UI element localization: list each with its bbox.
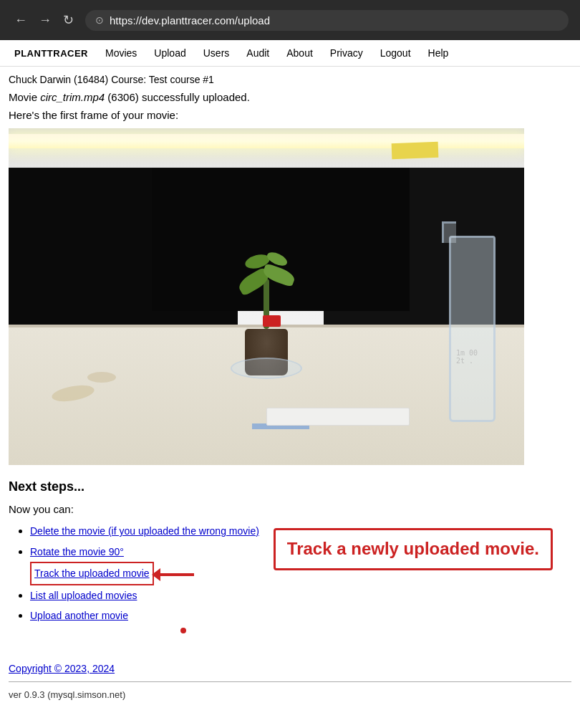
reload-button[interactable]: ↻: [60, 9, 77, 31]
white-tray: [266, 408, 410, 426]
movie-frame: 1m 002t .: [9, 128, 524, 465]
browser-chrome: ← → ↻ ⊙ https://dev.planttracer.com/uplo…: [0, 0, 580, 40]
scene: 1m 002t .: [9, 128, 524, 465]
footer-divider: [9, 681, 571, 682]
yellow-label: [392, 142, 439, 159]
stain1: [51, 383, 96, 404]
next-steps-title: Next steps...: [9, 479, 571, 494]
nav-buttons: ← → ↻: [11, 9, 77, 31]
beaker-label: 1m 002t .: [456, 349, 478, 365]
nav-about[interactable]: About: [279, 44, 320, 62]
back-button[interactable]: ←: [11, 10, 30, 31]
nav-movies[interactable]: Movies: [98, 44, 144, 62]
link-list: List all uploaded movies: [30, 585, 259, 606]
upload-another-link[interactable]: Upload another movie: [30, 610, 128, 621]
plant-tag: [263, 315, 281, 327]
nav-audit[interactable]: Audit: [239, 44, 276, 62]
red-dot: [180, 628, 186, 633]
beaker-spout: [442, 221, 456, 243]
links-callout-wrapper: Delete the movie (if you uploaded the wr…: [9, 521, 571, 633]
ceiling: [9, 128, 524, 168]
version-text: ver 0.9.3 (mysql.simson.net): [9, 689, 571, 700]
delete-link[interactable]: Delete the movie (if you uploaded the wr…: [30, 525, 259, 537]
beaker: 1m 002t .: [442, 221, 503, 422]
first-frame-label: Here's the first frame of your movie:: [9, 109, 571, 121]
link-delete: Delete the movie (if you uploaded the wr…: [30, 521, 259, 542]
nav-logout[interactable]: Logout: [373, 44, 418, 62]
forward-button[interactable]: →: [36, 10, 54, 31]
nav-upload[interactable]: Upload: [147, 44, 193, 62]
glass-bowl: [231, 358, 302, 379]
arrow-row: [158, 573, 194, 576]
beaker-body: [449, 236, 496, 422]
rotate-link[interactable]: Rotate the movie 90°: [30, 546, 124, 557]
action-links-list: Delete the movie (if you uploaded the wr…: [9, 521, 259, 626]
callout-box: Track a newly uploaded movie.: [274, 528, 553, 570]
link-upload-another: Upload another movie: [30, 605, 259, 626]
list-movies-link[interactable]: List all uploaded movies: [30, 590, 137, 601]
main-content: Chuck Darwin (16484) Course: Test course…: [0, 67, 580, 707]
stain2: [87, 372, 116, 383]
nav-users[interactable]: Users: [196, 44, 237, 62]
copyright-link[interactable]: Copyright © 2023, 2024: [9, 663, 115, 674]
nav-brand[interactable]: PLANTTRACER: [7, 45, 95, 62]
links-section: Delete the movie (if you uploaded the wr…: [9, 521, 259, 633]
user-info: Chuck Darwin (16484) Course: Test course…: [9, 74, 571, 85]
upload-filename: circ_trim.mp4: [40, 91, 105, 103]
plant: [231, 246, 302, 375]
arrowhead: [152, 568, 160, 581]
arrow-shaft: [158, 573, 194, 576]
now-you-can: Now you can:: [9, 503, 571, 515]
address-icon: ⊙: [95, 14, 104, 26]
link-rotate: Rotate the movie 90°: [30, 542, 259, 562]
nav-help[interactable]: Help: [421, 44, 456, 62]
nav-privacy[interactable]: Privacy: [323, 44, 370, 62]
callout-text: Track a newly uploaded movie.: [287, 539, 539, 558]
nav-bar: PLANTTRACER Movies Upload Users Audit Ab…: [0, 40, 580, 67]
upload-success-message: Movie circ_trim.mp4 (6306) successfully …: [9, 91, 571, 103]
track-link[interactable]: Track the uploaded movie: [30, 562, 154, 585]
link-track: Track the uploaded movie: [30, 562, 259, 585]
footer: Copyright © 2023, 2024 ver 0.9.3 (mysql.…: [9, 655, 571, 700]
url-display: https://dev.planttracer.com/upload: [110, 14, 270, 27]
address-bar[interactable]: ⊙ https://dev.planttracer.com/upload: [85, 10, 569, 31]
light-strip: [9, 134, 524, 148]
